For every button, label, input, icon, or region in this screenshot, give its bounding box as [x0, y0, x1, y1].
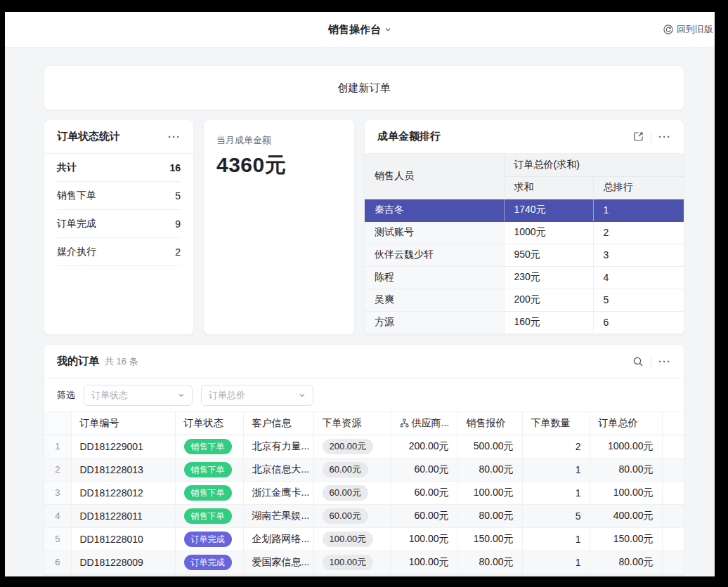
col-header-resource[interactable]: 下单资源 — [313, 412, 391, 435]
col-header-rank[interactable]: 总排行 — [593, 176, 684, 199]
open-external-icon[interactable] — [633, 131, 644, 142]
dashboard-cards-row: 订单状态统计 ··· 共计 16 销售下单 5 订单完成 9 — [44, 119, 684, 335]
salesperson-name: 秦吉冬 — [365, 199, 504, 221]
order-no: DD181228011 — [71, 504, 175, 527]
ranking-card-header: 成单金额排行 ··· — [365, 120, 684, 154]
back-link-label: 回到旧版 — [677, 23, 713, 36]
ranking-card-actions: ··· — [633, 131, 671, 142]
stats-value: 5 — [175, 190, 181, 202]
sales-quote: 80.00元 — [457, 458, 522, 481]
row-spacer — [662, 504, 684, 527]
stats-row-total[interactable]: 共计 16 — [57, 154, 181, 182]
create-order-label: 创建新订单 — [338, 81, 391, 95]
sales-quote: 80.00元 — [457, 504, 522, 527]
col-header-order-no[interactable]: 订单编号 — [71, 412, 175, 435]
col-header-qty[interactable]: 下单数量 — [522, 412, 590, 435]
order-total: 80.00元 — [590, 458, 662, 481]
order-total: 80.00元 — [590, 550, 662, 574]
ranking-row[interactable]: 秦吉冬 1740元 1 — [365, 199, 684, 221]
sum-value: 1740元 — [504, 199, 593, 221]
order-total: 100.00元 — [590, 481, 662, 504]
resource-badge: 60.00元 — [323, 508, 369, 524]
ranking-row[interactable]: 吴爽 200元 5 — [365, 289, 684, 311]
order-no: DD181228010 — [71, 527, 175, 550]
row-spacer — [662, 435, 684, 458]
create-order-button[interactable]: 创建新订单 — [44, 65, 684, 110]
supplier-price: 100.00元 — [391, 527, 457, 550]
stats-row-done[interactable]: 订单完成 9 — [57, 210, 181, 238]
ranking-table: 销售人员 订单总价(求和) 求和 总排行 秦吉冬 1740元 1 — [365, 154, 684, 334]
col-header-customer[interactable]: 客户信息 — [243, 412, 313, 435]
divider — [651, 357, 651, 367]
salesperson-name: 吴爽 — [365, 289, 504, 311]
row-spacer — [662, 527, 684, 550]
stats-label: 订单完成 — [57, 218, 96, 230]
order-qty: 5 — [522, 504, 590, 527]
col-header-total[interactable]: 订单总价 — [590, 412, 662, 435]
ranking-row[interactable]: 测试账号 1000元 2 — [365, 221, 684, 244]
order-row[interactable]: 4 DD181228011 销售下单 湖南芒果娱... 60.00元 60.00… — [44, 504, 684, 527]
main-content: 创建新订单 订单状态统计 ··· 共计 16 销售下单 5 — [44, 65, 684, 575]
resource-badge: 200.00元 — [323, 439, 374, 454]
chevron-down-icon — [178, 392, 185, 399]
monthly-amount-card: 当月成单金额 4360元 — [203, 119, 355, 335]
resource-cell: 60.00元 — [313, 458, 391, 481]
salesperson-name: 方源 — [365, 311, 504, 334]
stats-row-media[interactable]: 媒介执行 2 — [57, 238, 181, 266]
restore-icon — [663, 25, 673, 34]
order-status-card-title: 订单状态统计 — [57, 130, 120, 143]
order-row[interactable]: 6 DD181228009 订单完成 爱国家信息... 100.00元 100.… — [44, 550, 684, 574]
resource-badge: 100.00元 — [323, 555, 374, 570]
col-header-supplier[interactable]: 供应商... — [391, 412, 457, 435]
stats-row-sale[interactable]: 销售下单 5 — [57, 182, 181, 210]
row-spacer — [662, 481, 684, 504]
order-row[interactable]: 5 DD181228010 订单完成 企划路网络... 100.00元 100.… — [44, 527, 684, 550]
chevron-down-icon — [384, 26, 391, 33]
stats-label: 媒介执行 — [57, 246, 96, 258]
supplier-price: 60.00元 — [391, 481, 457, 504]
order-qty: 1 — [522, 550, 590, 574]
resource-badge: 60.00元 — [323, 462, 369, 477]
order-status-filter-select[interactable]: 订单状态 — [84, 385, 193, 406]
filter-row: 筛选 订单状态 订单总价 — [44, 378, 684, 412]
back-to-old-version-button[interactable]: 回到旧版 — [663, 12, 713, 47]
select-placeholder: 订单状态 — [91, 389, 128, 402]
resource-cell: 100.00元 — [313, 550, 391, 574]
customer-info: 浙江金鹰卡... — [243, 481, 313, 504]
search-icon[interactable] — [632, 356, 644, 367]
ranking-row[interactable]: 方源 160元 6 — [365, 311, 684, 334]
status-badge: 销售下单 — [184, 462, 232, 477]
col-header-sum[interactable]: 求和 — [504, 176, 593, 199]
order-qty: 2 — [522, 435, 590, 458]
more-icon[interactable]: ··· — [168, 131, 181, 142]
stats-value: 2 — [175, 246, 181, 258]
filter-label: 筛选 — [57, 389, 75, 402]
col-header-salesperson[interactable]: 销售人员 — [365, 154, 504, 199]
status-stats-list: 共计 16 销售下单 5 订单完成 9 媒介执行 2 — [44, 154, 193, 266]
ranking-row[interactable]: 陈程 230元 4 — [365, 266, 684, 289]
monthly-amount-label: 当月成单金额 — [216, 134, 342, 147]
order-row[interactable]: 3 DD181228012 销售下单 浙江金鹰卡... 60.00元 60.00… — [44, 481, 684, 504]
more-icon[interactable]: ··· — [658, 356, 671, 367]
app-title-dropdown[interactable]: 销售操作台 — [328, 23, 391, 37]
col-header-quote[interactable]: 销售报价 — [457, 412, 522, 435]
resource-badge: 100.00元 — [323, 532, 374, 547]
top-bar: 销售操作台 回到旧版 — [5, 12, 715, 48]
sum-value: 230元 — [504, 266, 593, 289]
col-header-status[interactable]: 订单状态 — [175, 412, 243, 435]
more-icon[interactable]: ··· — [658, 131, 671, 142]
ranking-row[interactable]: 伙伴云魏少轩 950元 3 — [365, 244, 684, 266]
col-header-order-total-sum[interactable]: 订单总价(求和) — [504, 154, 684, 176]
stats-value: 16 — [169, 162, 181, 173]
status-badge: 销售下单 — [184, 508, 232, 524]
order-status-cell: 订单完成 — [175, 550, 243, 574]
customer-info: 北京有力量... — [243, 435, 313, 458]
order-row[interactable]: 2 DD181228013 销售下单 北京信息大... 60.00元 60.00… — [44, 458, 684, 481]
orders-table-header-row: 订单编号 订单状态 客户信息 下单资源 供应商... 销售报价 下单数量 订单总… — [44, 412, 684, 435]
salesperson-name: 伙伴云魏少轩 — [365, 244, 504, 266]
order-status-cell: 销售下单 — [175, 504, 243, 527]
order-total-filter-select[interactable]: 订单总价 — [201, 385, 313, 406]
divider — [651, 132, 651, 142]
order-row[interactable]: 1 DD181229001 销售下单 北京有力量... 200.00元 200.… — [44, 435, 684, 458]
rank-value: 4 — [593, 266, 684, 289]
